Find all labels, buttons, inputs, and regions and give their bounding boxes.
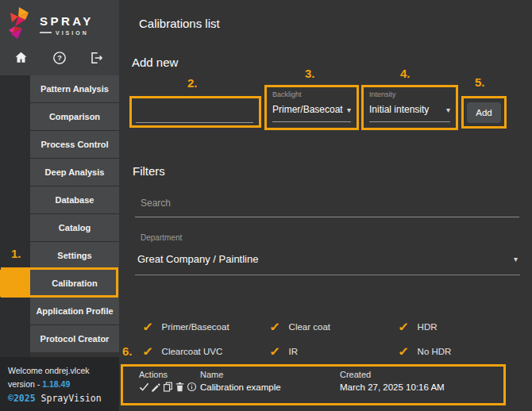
annotation-3: 3. bbox=[305, 67, 315, 80]
department-value: Great Company / Paintline bbox=[137, 253, 258, 265]
brand-subname: VISION bbox=[56, 30, 89, 36]
chevron-down-icon: ▾ bbox=[446, 106, 450, 114]
department-label: Department bbox=[141, 233, 182, 242]
checkbox-clear-coat[interactable]: ✓ Clear coat bbox=[270, 318, 399, 335]
checkbox-label: IR bbox=[289, 347, 299, 356]
logo-dash bbox=[40, 32, 52, 33]
welcome-text: Welcome ondrej.vlcek bbox=[8, 364, 119, 378]
search-input[interactable] bbox=[135, 194, 519, 217]
checkbox-label: Clearcoat UVC bbox=[162, 347, 223, 356]
checkbox-hdr[interactable]: ✓ HDR bbox=[399, 318, 518, 335]
checkbox-label: Clear coat bbox=[289, 322, 330, 332]
sidebar-item-process-control[interactable]: Process Control bbox=[30, 131, 119, 158]
app-window: SPRAY VISION ? Pattern An bbox=[0, 0, 532, 411]
help-icon[interactable]: ? bbox=[52, 50, 67, 69]
calibrations-table: Actions Name Created bbox=[123, 367, 503, 392]
backlight-select[interactable]: Backlight Primer/Basecoat ▾ bbox=[267, 87, 357, 128]
sidebar-item-deep-analysis[interactable]: Deep Analysis bbox=[30, 159, 119, 186]
annotation-box-add: Add bbox=[461, 96, 507, 129]
department-select[interactable]: Great Company / Paintline ▾ bbox=[135, 249, 520, 275]
approve-action-icon[interactable] bbox=[139, 382, 149, 392]
table-cell-created: March 27, 2025 10:16 AM bbox=[340, 382, 503, 392]
version-text: version - 1.18.49 bbox=[8, 378, 119, 391]
brand-name: SPRAY bbox=[40, 14, 94, 28]
calibration-name-input[interactable] bbox=[136, 101, 253, 123]
chevron-down-icon: ▾ bbox=[514, 255, 518, 263]
table-cell-name: Calibration example bbox=[200, 382, 340, 392]
annotation-2: 2. bbox=[187, 76, 198, 90]
logout-icon[interactable] bbox=[88, 50, 104, 69]
check-icon: ✓ bbox=[142, 320, 153, 334]
copyright-year: ©2025 bbox=[8, 393, 36, 404]
check-icon: ✓ bbox=[398, 344, 409, 359]
company-name: SprayVision bbox=[41, 393, 102, 404]
annotation-4: 4. bbox=[400, 67, 411, 80]
sidebar-header: SPRAY VISION ? bbox=[0, 0, 119, 75]
logo-text: SPRAY VISION bbox=[40, 14, 94, 36]
sidebar-icon-strip bbox=[0, 75, 30, 357]
checkbox-no-hdr[interactable]: ✓ No HDR bbox=[399, 343, 518, 359]
page-title: Calibrations list bbox=[139, 17, 220, 30]
backlight-value: Primer/Basecoat bbox=[272, 104, 343, 115]
backlight-label: Backlight bbox=[272, 90, 351, 98]
annotation-5: 5. bbox=[475, 75, 485, 89]
annotation-6: 6. bbox=[122, 344, 133, 358]
logo-mark-icon bbox=[8, 7, 33, 42]
check-icon: ✓ bbox=[398, 320, 409, 334]
checkbox-label: Primer/Basecoat bbox=[162, 322, 229, 332]
annotation-box-name-input bbox=[129, 96, 261, 128]
annotation-box-table: Actions Name Created bbox=[121, 364, 506, 405]
sidebar-menu: Pattern Analysis Comparison Process Cont… bbox=[30, 75, 119, 352]
copy-action-icon[interactable] bbox=[163, 382, 173, 392]
add-new-section-title: Add new bbox=[132, 56, 178, 69]
info-action-icon[interactable] bbox=[187, 382, 197, 392]
checkbox-primer-basecoat[interactable]: ✓ Primer/Basecoat bbox=[143, 318, 270, 335]
table-row-actions bbox=[139, 382, 200, 392]
sidebar-item-comparison[interactable]: Comparison bbox=[30, 103, 119, 130]
column-header-created: Created bbox=[340, 370, 503, 379]
checkbox-label: HDR bbox=[418, 322, 438, 332]
column-header-actions: Actions bbox=[139, 370, 200, 379]
version-number: 1.18.49 bbox=[42, 379, 70, 389]
sidebar-item-application-profile[interactable]: Application Profile bbox=[30, 298, 119, 325]
checkbox-clearcoat-uvc[interactable]: ✓ Clearcoat UVC bbox=[143, 343, 270, 359]
sidebar-footer: Welcome ondrej.vlcek version - 1.18.49 ©… bbox=[0, 357, 119, 411]
column-header-name: Name bbox=[200, 370, 340, 379]
chevron-down-icon: ▾ bbox=[347, 106, 351, 114]
intensity-label: Intensity bbox=[369, 90, 450, 98]
delete-action-icon[interactable] bbox=[175, 382, 185, 392]
filter-checkbox-grid: ✓ Primer/Basecoat ✓ Clear coat ✓ HDR ✓ C… bbox=[143, 318, 518, 359]
sidebar-item-settings[interactable]: Settings bbox=[30, 242, 119, 269]
add-button[interactable]: Add bbox=[467, 102, 501, 123]
sidebar-item-calibration[interactable]: Calibration bbox=[30, 270, 119, 297]
svg-text:?: ? bbox=[57, 54, 62, 62]
check-icon: ✓ bbox=[269, 320, 280, 334]
check-icon: ✓ bbox=[269, 344, 280, 359]
spray-vision-logo: SPRAY VISION bbox=[8, 7, 94, 42]
sidebar-item-catalog[interactable]: Catalog bbox=[30, 214, 119, 241]
checkbox-label: No HDR bbox=[418, 347, 452, 356]
intensity-value: Initial intensity bbox=[369, 104, 429, 115]
annotation-1: 1. bbox=[11, 247, 21, 260]
checkbox-ir[interactable]: ✓ IR bbox=[270, 343, 399, 359]
sidebar-item-pattern-analysis[interactable]: Pattern Analysis bbox=[30, 75, 119, 102]
selected-item-indicator bbox=[0, 270, 30, 297]
annotation-box-intensity: Intensity Initial intensity ▾ bbox=[361, 85, 458, 130]
home-icon[interactable] bbox=[13, 50, 29, 68]
annotation-box-backlight: Backlight Primer/Basecoat ▾ bbox=[264, 85, 359, 130]
filters-section-title: Filters bbox=[133, 164, 165, 178]
sidebar-item-database[interactable]: Database bbox=[30, 186, 119, 213]
sidebar-item-protocol-creator[interactable]: Protocol Creator bbox=[30, 325, 119, 352]
check-icon: ✓ bbox=[142, 344, 153, 359]
intensity-select[interactable]: Intensity Initial intensity ▾ bbox=[364, 87, 456, 128]
edit-action-icon[interactable] bbox=[151, 382, 161, 392]
copyright-text: ©2025 SprayVision bbox=[8, 391, 119, 405]
